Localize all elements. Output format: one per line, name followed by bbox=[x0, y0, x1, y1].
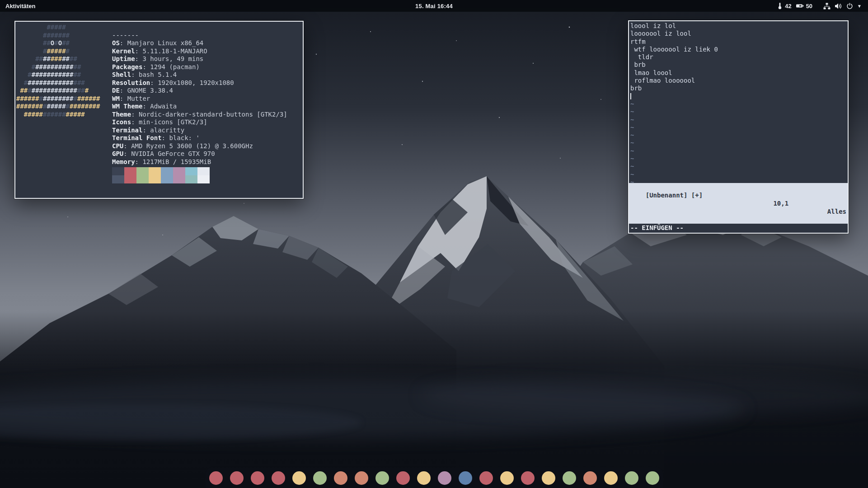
memory-indicator: 50 bbox=[796, 3, 812, 9]
dock-icon-app-6[interactable] bbox=[313, 471, 327, 485]
info-row: Theme: Nordic-darker-standard-buttons [G… bbox=[112, 111, 287, 119]
color-swatch bbox=[136, 175, 149, 183]
info-label: Icons bbox=[112, 118, 131, 126]
system-tray[interactable]: 42 50 ▼ bbox=[777, 2, 868, 9]
ascii-art-line: ############# bbox=[16, 63, 100, 71]
vim-buffer[interactable]: loool iz lollooooool iz loolrtfm wtf loo… bbox=[629, 21, 848, 183]
dock-icon-app-10[interactable] bbox=[396, 471, 410, 485]
color-swatch bbox=[112, 175, 124, 183]
text-cursor bbox=[630, 93, 631, 99]
buffer-line: brb bbox=[630, 84, 848, 92]
neofetch-terminal-window[interactable]: ##### ####### ##O#O## ####### ##########… bbox=[14, 21, 304, 199]
vim-terminal-window[interactable]: loool iz lollooooool iz loolrtfm wtf loo… bbox=[628, 20, 849, 234]
buffer-line: lmao loool bbox=[630, 69, 848, 77]
power-icon[interactable] bbox=[846, 3, 853, 9]
dock-icon-app-18[interactable] bbox=[563, 471, 576, 485]
activities-button[interactable]: Aktivitäten bbox=[0, 0, 41, 12]
dock-icon-app-7[interactable] bbox=[334, 471, 347, 485]
color-swatch bbox=[197, 175, 210, 183]
temperature-indicator: 42 bbox=[777, 2, 791, 9]
dock-icon-app-8[interactable] bbox=[355, 471, 368, 485]
buffer-line: tldr bbox=[630, 53, 848, 61]
vim-filename: [Unbenannt] [+] bbox=[646, 192, 703, 199]
dock-icon-app-9[interactable] bbox=[375, 471, 389, 485]
chevron-down-icon[interactable]: ▼ bbox=[857, 4, 862, 9]
color-swatch bbox=[124, 167, 136, 175]
info-row: Packages: 1294 (pacman) bbox=[112, 63, 287, 71]
info-row: WM Theme: Adwaita bbox=[112, 103, 287, 111]
info-label: WM Theme bbox=[112, 103, 142, 110]
info-row: Terminal Font: black: ' bbox=[112, 134, 287, 142]
dock-icon-app-13[interactable] bbox=[459, 471, 472, 485]
info-label: OS bbox=[112, 39, 120, 47]
color-swatch bbox=[197, 167, 210, 175]
info-row: Uptime: 3 hours, 49 mins bbox=[112, 55, 287, 63]
info-row: Memory: 1217MiB / 15935MiB bbox=[112, 158, 287, 166]
dock-icon-app-15[interactable] bbox=[500, 471, 514, 485]
terminal-color-palette bbox=[112, 167, 210, 183]
empty-line-tilde: ~ bbox=[630, 139, 848, 147]
clock[interactable]: 15. Mai 16:44 bbox=[415, 3, 453, 9]
neofetch-info: -------OS: Manjaro Linux x86_64Kernel: 5… bbox=[112, 23, 287, 166]
info-label: Uptime bbox=[112, 55, 135, 62]
info-row: CPU: AMD Ryzen 5 3600 (12) @ 3.600GHz bbox=[112, 142, 287, 150]
top-bar: Aktivitäten 15. Mai 16:44 42 50 bbox=[0, 0, 868, 12]
dock-icon-app-3[interactable] bbox=[251, 471, 264, 485]
empty-line-tilde: ~ bbox=[630, 147, 848, 155]
memory-icon bbox=[796, 3, 804, 9]
color-swatch bbox=[124, 175, 136, 183]
dock-icon-app-1[interactable] bbox=[209, 471, 223, 485]
dock-icon-app-19[interactable] bbox=[583, 471, 597, 485]
info-label: Theme bbox=[112, 111, 131, 118]
info-label: Kernel bbox=[112, 47, 135, 55]
color-swatch bbox=[149, 167, 161, 175]
info-divider: ------- bbox=[112, 32, 287, 40]
dock-icon-app-12[interactable] bbox=[438, 471, 451, 485]
dock-icon-app-17[interactable] bbox=[542, 471, 555, 485]
ascii-art-line: ####### bbox=[16, 32, 100, 40]
palette-row-bright bbox=[112, 175, 210, 183]
empty-line-tilde: ~ bbox=[630, 100, 848, 108]
color-swatch bbox=[112, 167, 124, 175]
info-label: Memory bbox=[112, 158, 135, 165]
info-label: Shell bbox=[112, 71, 131, 78]
ascii-art-line: ################ bbox=[16, 79, 100, 87]
buffer-line: roflmao looooool bbox=[630, 77, 848, 84]
color-swatch bbox=[161, 167, 173, 175]
thermometer-icon bbox=[777, 2, 783, 9]
dock-icon-app-16[interactable] bbox=[521, 471, 535, 485]
dock-icon-app-22[interactable] bbox=[646, 471, 659, 485]
info-label: CPU bbox=[112, 142, 123, 150]
info-label: WM bbox=[112, 95, 120, 102]
color-swatch bbox=[173, 175, 185, 183]
info-row: OS: Manjaro Linux x86_64 bbox=[112, 39, 287, 47]
info-row: Shell: bash 5.1.4 bbox=[112, 71, 287, 79]
empty-line-tilde: ~ bbox=[630, 171, 848, 178]
info-row: Resolution: 1920x1080, 1920x1080 bbox=[112, 79, 287, 87]
buffer-line: looooool iz lool bbox=[630, 30, 848, 38]
ascii-art-line: ##### bbox=[16, 23, 100, 32]
volume-icon[interactable] bbox=[835, 3, 842, 9]
palette-row-normal bbox=[112, 167, 210, 175]
color-swatch bbox=[173, 167, 185, 175]
dock-icon-app-11[interactable] bbox=[417, 471, 431, 485]
dock-icon-app-14[interactable] bbox=[479, 471, 493, 485]
dock-icon-app-5[interactable] bbox=[292, 471, 306, 485]
network-icon[interactable] bbox=[823, 3, 830, 9]
ascii-art-line: ###################### bbox=[16, 103, 100, 111]
color-swatch bbox=[185, 167, 197, 175]
color-swatch bbox=[161, 175, 173, 183]
vim-statusline: [Unbenannt] [+] 10,1 Alles bbox=[629, 183, 848, 224]
dock-icon-app-2[interactable] bbox=[230, 471, 244, 485]
color-swatch bbox=[136, 167, 149, 175]
color-swatch bbox=[185, 175, 197, 183]
vim-cursor-position: 10,1 bbox=[773, 199, 788, 207]
dock-icon-app-20[interactable] bbox=[604, 471, 618, 485]
buffer-line: brb bbox=[630, 61, 848, 69]
buffer-line: loool iz lol bbox=[630, 22, 848, 30]
info-row: DE: GNOME 3.38.4 bbox=[112, 87, 287, 95]
dock-icon-app-21[interactable] bbox=[625, 471, 638, 485]
dock-icon-app-4[interactable] bbox=[272, 471, 285, 485]
ascii-art-line: ################## bbox=[16, 87, 100, 95]
ascii-art-line: ##O#O## bbox=[16, 39, 100, 47]
